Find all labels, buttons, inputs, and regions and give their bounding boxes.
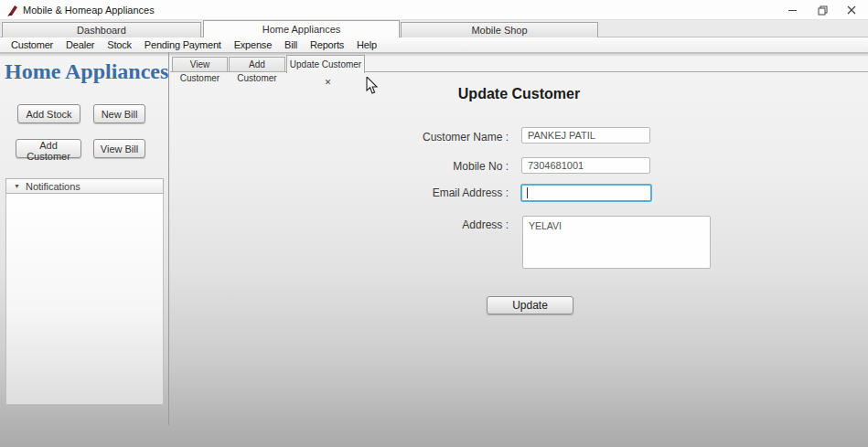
window-body: Home Appliances Add Stock New Bill Add C… xyxy=(0,52,868,447)
app-icon xyxy=(6,4,18,16)
email-address-input[interactable] xyxy=(520,184,652,202)
menu-pending-payment[interactable]: Pending Payment xyxy=(145,39,221,50)
window-controls xyxy=(778,0,866,20)
notifications-panel xyxy=(5,194,164,405)
address-label: Address : xyxy=(380,218,509,231)
app-window: Mobile & Homeap Appliances Dashboard Hom… xyxy=(0,0,868,447)
page-title: Update Customer xyxy=(170,86,868,102)
text-caret xyxy=(527,187,528,198)
title-bar: Mobile & Homeap Appliances xyxy=(0,0,868,20)
update-button[interactable]: Update xyxy=(487,296,573,314)
close-tab-icon[interactable]: ✕ xyxy=(325,74,332,91)
menu-bar: Customer Dealer Stock Pending Payment Ex… xyxy=(0,37,868,52)
sidebar-title: Home Appliances xyxy=(5,59,168,84)
menu-expense[interactable]: Expense xyxy=(234,39,272,50)
tab-mobile-shop[interactable]: Mobile Shop xyxy=(401,22,598,37)
tab-update-customer-label: Update Customer xyxy=(290,59,361,69)
menu-help[interactable]: Help xyxy=(357,39,377,50)
tab-home-appliances[interactable]: Home Appliances xyxy=(203,20,400,37)
new-bill-button[interactable]: New Bill xyxy=(93,104,145,123)
notifications-label: Notifications xyxy=(26,181,80,192)
menu-dealer[interactable]: Dealer xyxy=(66,39,94,50)
sidebar: Home Appliances Add Stock New Bill Add C… xyxy=(0,52,169,447)
minimize-button[interactable] xyxy=(778,0,808,20)
tab-view-customer[interactable]: View Customer xyxy=(172,57,228,71)
menu-bill[interactable]: Bill xyxy=(284,39,297,50)
tab-update-customer[interactable]: Update Customer✕ xyxy=(286,55,365,73)
customer-name-input[interactable] xyxy=(521,127,650,144)
window-title: Mobile & Homeap Appliances xyxy=(23,5,155,16)
minimize-icon xyxy=(788,5,798,15)
close-button[interactable] xyxy=(837,0,866,20)
customer-name-label: Customer Name : xyxy=(380,131,509,144)
address-textarea[interactable]: YELAVI xyxy=(522,216,711,269)
mobile-no-label: Mobile No : xyxy=(380,160,509,173)
document-tab-strip: View Customer Add Customer Update Custom… xyxy=(170,55,868,72)
menu-reports[interactable]: Reports xyxy=(310,39,344,50)
restore-button[interactable] xyxy=(808,0,837,20)
email-address-label: Email Address : xyxy=(380,186,509,199)
content-area: View Customer Add Customer Update Custom… xyxy=(170,52,868,447)
tab-add-customer[interactable]: Add Customer xyxy=(229,57,285,71)
tab-dashboard[interactable]: Dashboard xyxy=(2,22,201,37)
restore-icon xyxy=(818,5,828,16)
view-bill-button[interactable]: View Bill xyxy=(93,139,145,158)
main-tab-strip: Dashboard Home Appliances Mobile Shop xyxy=(0,20,868,37)
mobile-no-input[interactable] xyxy=(521,157,650,174)
chevron-down-icon: ▼ xyxy=(14,183,20,189)
close-icon xyxy=(847,5,856,15)
add-stock-button[interactable]: Add Stock xyxy=(17,104,80,123)
menu-customer[interactable]: Customer xyxy=(11,39,53,50)
menu-stock[interactable]: Stock xyxy=(107,39,132,50)
add-customer-button[interactable]: Add Customer xyxy=(16,139,81,158)
notifications-expander-header[interactable]: ▼ Notifications xyxy=(5,178,164,194)
mouse-cursor xyxy=(366,77,379,95)
sidebar-divider xyxy=(168,52,169,425)
